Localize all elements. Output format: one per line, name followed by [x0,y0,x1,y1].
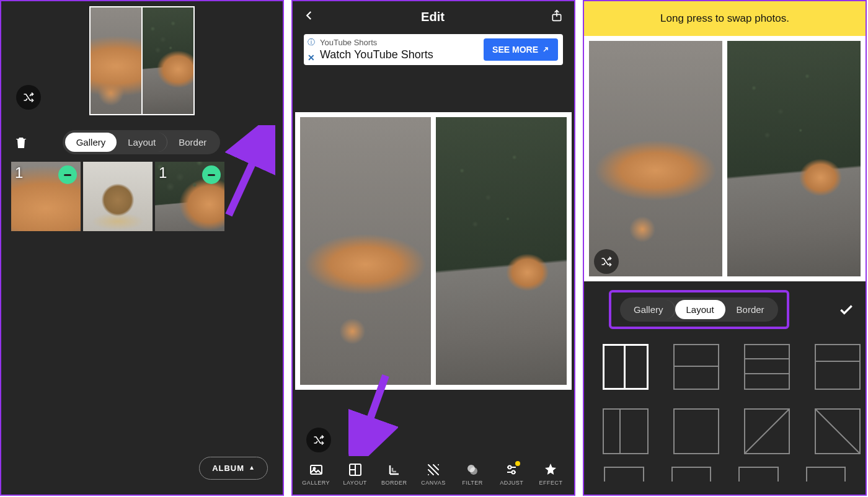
layout-option-partial[interactable] [806,467,846,482]
tab-layout[interactable]: Layout [675,300,725,319]
collage-canvas[interactable] [584,36,866,281]
layout-option-2col[interactable] [603,344,649,390]
thumbnail-3[interactable]: 1 [155,162,224,231]
ad-cta-button[interactable]: SEE MORE [484,38,558,61]
shuffle-button[interactable] [306,428,331,452]
tab-gallery[interactable]: Gallery [65,133,117,152]
gallery-toolbar: Gallery Layout Border [1,115,283,162]
share-button[interactable] [551,9,563,25]
share-icon [551,9,563,22]
nav-layout[interactable]: LAYOUT [335,462,374,486]
svg-line-8 [745,410,789,453]
collage-cell-1[interactable] [589,41,722,276]
nav-gallery[interactable]: GALLERY [296,462,335,486]
tab-border[interactable]: Border [167,133,218,152]
nav-label: FILTER [462,480,482,486]
collage-preview [89,6,195,115]
preview-slot-2 [143,7,193,114]
nav-label: GALLERY [302,480,330,486]
border-icon [387,462,402,477]
trash-button[interactable] [14,135,29,150]
layout-option-2col-alt[interactable] [603,408,649,454]
image-icon [309,462,324,477]
nav-label: EFFECT [539,480,562,486]
remove-button[interactable] [58,165,77,184]
ad-cta-label: SEE MORE [492,45,538,55]
screen-gallery: Gallery Layout Border 1 1 ALBUM ▼ [0,0,284,496]
collage-canvas[interactable] [295,112,572,390]
collage-cell-2[interactable] [436,117,567,385]
effect-icon [543,462,558,477]
notification-dot [515,461,520,466]
shuffle-button[interactable] [594,249,619,274]
arrow-northeast-icon [542,46,549,53]
screen-layout: Long press to swap photos. Gallery Layou… [583,0,867,496]
thumbnail-2[interactable] [83,162,153,231]
preview-slot-1 [91,7,141,114]
svg-line-9 [816,410,859,453]
ad-subtitle: YouTube Shorts [320,38,433,47]
shuffle-icon [600,255,613,268]
ad-info-icon[interactable]: ⓘ [308,38,315,46]
collage-cell-1[interactable] [300,117,431,385]
nav-canvas[interactable]: CANVAS [414,462,453,486]
layout-option-2row-alt[interactable] [815,344,861,390]
nav-label: CANVAS [421,480,445,486]
confirm-button[interactable] [838,302,854,318]
chevron-left-icon [304,10,315,21]
layout-option-2row[interactable] [673,344,719,390]
svg-point-6 [508,466,512,469]
shuffle-icon [22,91,35,103]
bottom-toolbar: GALLERY LAYOUT BORDER CANVAS FILTER ADJU… [293,456,574,495]
confirm-button[interactable] [254,134,270,151]
collage-cell-2[interactable] [727,41,861,276]
ad-close-icon[interactable]: ✕ [308,53,315,63]
layout-options-grid [584,338,866,467]
layout-option-partial[interactable] [604,467,644,482]
mode-segmented-control: Gallery Layout Border [63,130,221,154]
svg-point-7 [512,471,515,474]
filter-icon [465,462,480,477]
album-button[interactable]: ALBUM ▼ [199,457,268,480]
nav-adjust[interactable]: ADJUST [492,462,531,486]
back-button[interactable] [304,10,315,24]
selection-index: 1 [15,164,23,182]
nav-label: ADJUST [500,480,523,486]
chevron-up-icon: ▼ [248,465,255,472]
hint-banner: Long press to swap photos. [584,1,866,36]
nav-label: BORDER [381,480,407,486]
remove-button[interactable] [202,165,221,184]
annotation-highlight: Gallery Layout Border [609,290,789,329]
layout-options-partial-row [584,467,866,482]
layout-icon [348,462,363,477]
layout-tab-row: Gallery Layout Border [584,281,866,338]
nav-border[interactable]: BORDER [374,462,414,486]
screen-edit: Edit ⓘ ✕ YouTube Shorts Watch YouTube Sh… [291,0,575,496]
ad-banner[interactable]: ⓘ ✕ YouTube Shorts Watch YouTube Shorts … [304,34,563,65]
nav-effect[interactable]: EFFECT [531,462,570,486]
nav-filter[interactable]: FILTER [453,462,492,486]
layout-option-partial[interactable] [671,467,712,482]
shuffle-icon [312,434,325,446]
canvas-icon [426,462,441,477]
ad-title: Watch YouTube Shorts [320,48,433,61]
tab-border[interactable]: Border [725,300,776,319]
tab-layout[interactable]: Layout [117,133,167,152]
edit-header: Edit [293,1,574,29]
album-label: ALBUM [212,464,244,473]
selection-index: 1 [159,164,167,182]
mode-segmented-control: Gallery Layout Border [620,297,778,322]
tab-gallery[interactable]: Gallery [622,300,675,319]
layout-option-diag2[interactable] [815,408,861,454]
shuffle-button[interactable] [16,85,41,110]
nav-label: LAYOUT [343,480,367,486]
photo-thumbnails: 1 1 [1,162,283,231]
layout-option-3row[interactable] [744,344,790,390]
thumbnail-1[interactable]: 1 [11,162,81,231]
layout-option-partial[interactable] [738,467,779,482]
svg-point-5 [470,467,477,475]
layout-option-diag1[interactable] [744,408,790,454]
page-title: Edit [421,10,445,24]
layout-option-single[interactable] [673,408,719,454]
